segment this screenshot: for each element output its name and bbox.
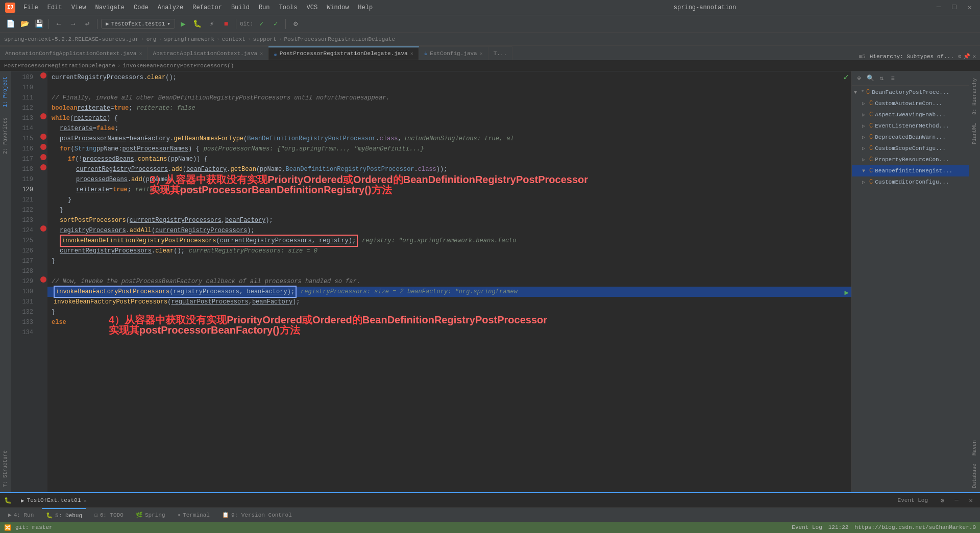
terminal-tab[interactable]: ▪ Terminal [174,508,214,522]
code-content[interactable]: currentRegistryProcessors.clear(); // Fi… [47,71,851,492]
tree-item-root[interactable]: ▼ * C BeanFactoryPostProce... [852,87,969,98]
code-line-115: postProcessorNames = beanFactory.getBean… [47,134,851,144]
menu-code[interactable]: Code [130,3,153,12]
debug-tab-testofext[interactable]: ▶ TestOfExt.test01 ✕ [16,493,92,507]
structure-tab[interactable]: 7: Structure [1,445,10,492]
menu-build[interactable]: Build [227,3,254,12]
project-tab[interactable]: 1: Project [1,71,10,112]
tab-close-icon[interactable]: ✕ [139,50,142,57]
spring-tab[interactable]: 🌿 Spring [132,508,169,522]
new-file-button[interactable]: 📄 [4,18,16,30]
git-branch[interactable]: git: master [15,524,53,530]
plantuml-vtab[interactable]: PlanUML [970,119,979,148]
debug-minimize[interactable]: ─ [951,495,962,505]
ln-114: 114 [15,123,35,134]
tree-arrow-8: ▷ [862,179,867,185]
menu-file[interactable]: File [19,3,42,12]
tab-extconfig[interactable]: ☕ ExtConfig.java ✕ [419,46,488,60]
hierarchy-btn-3[interactable]: ⇅ [876,73,887,84]
maximize-button[interactable]: □ [949,2,959,13]
breadcrumb-springframework[interactable]: springframework [164,36,214,42]
tab-abstract-app[interactable]: AbstractApplicationContext.java ✕ [148,46,268,60]
tree-item-6[interactable]: ▷ C PropertyResourceCon... [852,154,969,165]
tree-item-8[interactable]: ▷ C CustomEditorConfigu... [852,176,969,188]
hierarchy-btn-2[interactable]: 🔍 [865,73,875,84]
hierarchy-btn-4[interactable]: ≡ [888,73,898,84]
breadcrumb-context[interactable]: context [222,36,246,42]
run-label: 4: Run [14,512,34,518]
menu-help[interactable]: Help [354,3,377,12]
coverage-button[interactable]: ⚡ [206,18,218,30]
open-button[interactable]: 📂 [18,18,31,30]
tree-item-2[interactable]: ▷ C AspectJWeavingEnab... [852,109,969,120]
tab-close-icon[interactable]: ✕ [410,50,413,57]
menu-run[interactable]: Run [255,3,274,12]
status-url[interactable]: https://blog.csdn.net/suChanMarker.0 [854,524,976,530]
ln-128: 128 [15,266,35,276]
todo-tab[interactable]: ☑ 6: TODO [90,508,128,522]
database-vtab[interactable]: Database [970,460,979,492]
breadcrumb-support[interactable]: support [253,36,277,42]
ln-123: 123 [15,215,35,225]
git-check-button[interactable]: ✓ [255,18,267,30]
menu-tools[interactable]: Tools [275,3,302,12]
menu-refactor[interactable]: Refactor [188,3,226,12]
hierarchy-close[interactable]: ✕ [972,53,976,60]
git-tick-button[interactable]: ✓ [270,18,282,30]
code-breadcrumb-class[interactable]: PostProcessorRegistrationDelegate [4,63,115,69]
code-line-125: invokeBeanDefinitionRegistryPostProcesso… [47,236,851,246]
tree-item-5[interactable]: ▷ C CustomScopeConfigu... [852,143,969,154]
debug-button[interactable]: 🐛 [191,18,204,30]
menu-navigate[interactable]: Navigate [91,3,129,12]
tree-label-6: PropertyResourceCon... [875,157,949,163]
minimize-button[interactable]: ─ [934,2,944,13]
tree-item-4[interactable]: ▷ C DeprecatedBeanWarn... [852,132,969,143]
debug-close-icon[interactable]: ✕ [83,497,87,504]
breadcrumb-class[interactable]: PostProcessorRegistrationDelegate [284,36,395,42]
run-button[interactable]: ▶ [177,18,189,30]
tab-close-icon[interactable]: ✕ [260,50,263,57]
tab-t[interactable]: T... [488,46,512,60]
forward-button[interactable]: → [67,18,79,30]
settings-button[interactable]: ⚙ [289,18,302,30]
breadcrumb-jar[interactable]: spring-context-5.2.2.RELEASE-sources.jar [4,36,139,42]
status-event-log[interactable]: Event Log [792,524,822,530]
breadcrumb-org[interactable]: org [146,36,157,42]
tab-overflow[interactable]: ≡5 [859,54,866,60]
debug-tab-main[interactable]: 🐛 5: Debug [42,508,86,522]
tree-item-1[interactable]: ▷ C CustomAutowireCon... [852,98,969,109]
hierarchy-pin[interactable]: 📌 [963,53,970,60]
event-log-tab[interactable]: Event Log [893,493,933,507]
tree-item-3[interactable]: ▷ C EventListenerMethod... [852,120,969,132]
favorites-tab[interactable]: 2: Favorites [1,112,10,159]
debug-settings[interactable]: ⚙ [937,495,947,505]
menu-vcs[interactable]: VCS [303,3,322,12]
menu-view[interactable]: View [67,3,90,12]
tree-item-7[interactable]: ▼ C BeanDefinitionRegist... [852,165,969,176]
tab-postprocessor[interactable]: ☕ PostProcessorRegistrationDelegate.java… [268,46,419,60]
tab-annotation-config[interactable]: AnnotationConfigApplicationContext.java … [0,46,148,60]
menu-window[interactable]: Window [323,3,353,12]
code-line-128 [47,266,851,276]
run-config-selector[interactable]: ▶ TestOfExt.test01 ▾ [101,19,175,29]
hierarchy-btn-1[interactable]: ⊕ [854,73,864,84]
status-position[interactable]: 121:22 [828,524,849,530]
undo-button[interactable]: ↩ [81,18,93,30]
hierarchy-vtab[interactable]: 8: Hierarchy [970,74,979,119]
save-button[interactable]: 💾 [33,18,45,30]
hierarchy-settings[interactable]: ⚙ [958,53,962,60]
code-line-111: // Finally, invoke all other BeanDefinit… [47,93,851,103]
version-control-tab[interactable]: 📋 9: Version Control [218,508,296,522]
stop-button[interactable]: ■ [220,18,232,30]
code-breadcrumb-method[interactable]: invokeBeanFactoryPostProcessors() [122,63,234,69]
back-button[interactable]: ← [53,18,65,30]
menu-analyze[interactable]: Analyze [154,3,187,12]
run-tab[interactable]: ▶ 4: Run [4,508,38,522]
close-button[interactable]: ✕ [965,2,975,13]
debug-close[interactable]: ✕ [966,495,976,505]
tab-close-icon[interactable]: ✕ [480,50,483,57]
debug-label: 5: Debug [55,513,82,519]
tree-class-icon-4: C [869,134,873,141]
menu-edit[interactable]: Edit [43,3,66,12]
maven-vtab[interactable]: Maven [970,436,979,460]
